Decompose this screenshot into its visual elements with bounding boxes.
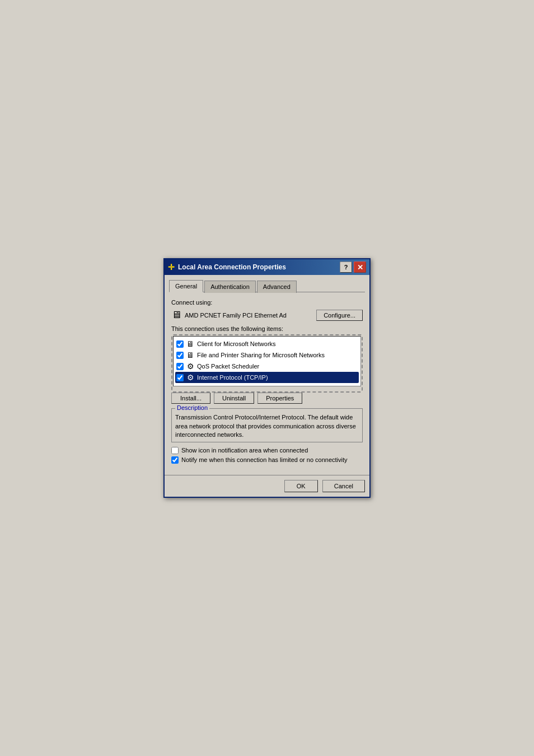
adapter-name: AMD PCNET Family PCI Ethernet Ad (185, 312, 313, 319)
description-text: Transmission Control Protocol/Internet P… (175, 413, 359, 439)
install-button[interactable]: Install... (171, 393, 210, 404)
network-connection-icon: ✛ (168, 263, 175, 272)
list-item-selected[interactable]: ⚙ Internet Protocol (TCP/IP) (175, 372, 359, 383)
show-icon-row: Show icon in notification area when conn… (171, 447, 363, 454)
item2-label: File and Printer Sharing for Microsoft N… (197, 352, 325, 358)
list-item[interactable]: 🖥 Client for Microsoft Networks (175, 338, 359, 349)
network-adapter-icon: 🖥 (171, 309, 181, 321)
items-list-border: 🖥 Client for Microsoft Networks 🖥 File a… (171, 334, 363, 393)
title-bar-buttons: ? ✕ (340, 262, 366, 273)
network-client-icon: 🖥 (186, 339, 195, 348)
adapter-row: 🖥 AMD PCNET Family PCI Ethernet Ad Confi… (171, 309, 363, 321)
tab-general[interactable]: General (169, 280, 203, 292)
list-item[interactable]: ⚙ QoS Packet Scheduler (175, 361, 359, 372)
list-item[interactable]: 🖥 File and Printer Sharing for Microsoft… (175, 349, 359, 361)
dialog-footer: OK Cancel (165, 475, 369, 497)
file-sharing-icon: 🖥 (186, 351, 195, 360)
item1-checkbox[interactable] (176, 340, 184, 348)
description-group: Description Transmission Control Protoco… (171, 408, 363, 442)
ok-button[interactable]: OK (284, 480, 318, 492)
configure-button[interactable]: Configure... (316, 310, 363, 321)
local-area-connection-dialog: ✛ Local Area Connection Properties ? ✕ G… (163, 258, 371, 497)
connect-using-label: Connect using: (171, 299, 363, 306)
items-list: 🖥 Client for Microsoft Networks 🖥 File a… (173, 336, 361, 386)
help-button[interactable]: ? (340, 262, 352, 273)
uninstall-button[interactable]: Uninstall (214, 393, 254, 404)
properties-button[interactable]: Properties (257, 393, 302, 404)
tcpip-icon: ⚙ (186, 373, 195, 382)
tabs-bar: General Authentication Advanced (169, 279, 365, 292)
item4-checkbox[interactable] (176, 374, 184, 381)
items-container: 🖥 Client for Microsoft Networks 🖥 File a… (171, 334, 363, 393)
item3-label: QoS Packet Scheduler (197, 363, 259, 370)
close-button[interactable]: ✕ (354, 262, 366, 273)
title-bar-left: ✛ Local Area Connection Properties (168, 263, 286, 272)
notify-checkbox[interactable] (171, 456, 179, 464)
notify-label: Notify me when this connection has limit… (181, 456, 348, 463)
qos-icon: ⚙ (186, 362, 195, 371)
item2-checkbox[interactable] (176, 352, 184, 359)
dialog-title: Local Area Connection Properties (178, 263, 286, 271)
tab-authentication[interactable]: Authentication (204, 281, 256, 293)
item1-label: Client for Microsoft Networks (197, 340, 276, 347)
notify-row: Notify me when this connection has limit… (171, 456, 363, 464)
tab-advanced[interactable]: Advanced (257, 281, 297, 293)
cancel-button[interactable]: Cancel (322, 480, 365, 492)
item4-label: Internet Protocol (TCP/IP) (197, 374, 268, 381)
dialog-body: General Authentication Advanced Connect … (165, 275, 369, 474)
action-buttons: Install... Uninstall Properties (171, 393, 363, 404)
show-icon-checkbox[interactable] (171, 447, 179, 454)
items-label: This connection uses the following items… (171, 325, 363, 332)
item3-checkbox[interactable] (176, 363, 184, 370)
title-bar: ✛ Local Area Connection Properties ? ✕ (165, 259, 369, 275)
show-icon-label: Show icon in notification area when conn… (181, 447, 308, 454)
tab-content-general: Connect using: 🖥 AMD PCNET Family PCI Et… (169, 297, 365, 470)
description-legend: Description (175, 404, 209, 411)
